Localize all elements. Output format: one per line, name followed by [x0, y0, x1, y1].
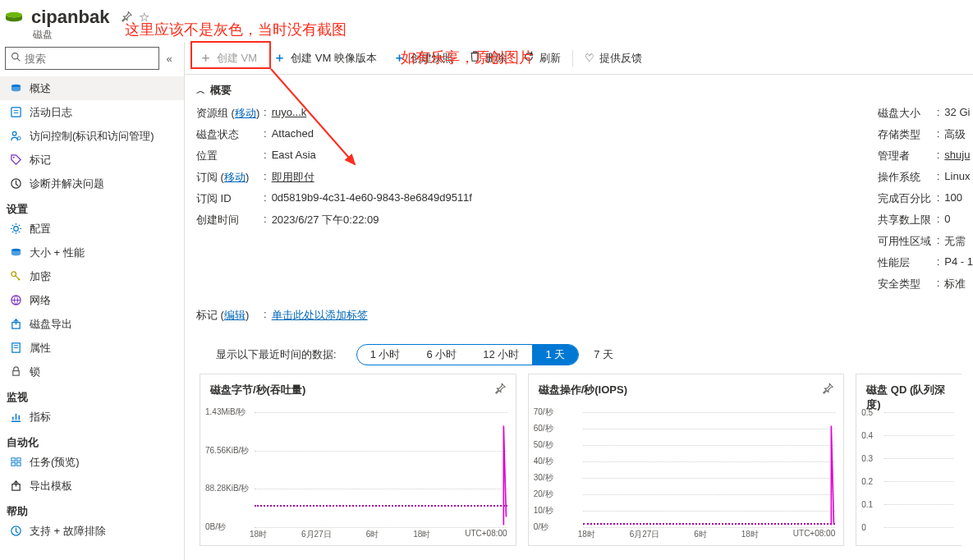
essentials-left: 资源组 (移动):ruyo...k 磁盘状态:Attached 位置:East …	[196, 106, 472, 298]
tags-icon	[8, 154, 23, 166]
resource-group-link[interactable]: ruyo...k	[272, 106, 307, 121]
nav-network[interactable]: 网络	[0, 288, 184, 312]
svg-rect-5	[11, 108, 20, 117]
grid	[884, 412, 953, 527]
refresh-button[interactable]: 刷新	[515, 42, 569, 75]
svg-point-12	[13, 227, 18, 232]
nav-size[interactable]: 大小 + 性能	[0, 241, 184, 264]
nav-metrics[interactable]: 指标	[0, 405, 184, 429]
diagnose-icon	[8, 177, 23, 190]
subscription-link[interactable]: 即用即付	[272, 170, 314, 185]
location: East Asia	[272, 149, 316, 163]
encrypt-icon	[8, 270, 23, 282]
nav-activity[interactable]: 活动日志	[0, 100, 184, 124]
feedback-button[interactable]: ♡ 提供反馈	[576, 42, 650, 75]
iam-icon	[8, 130, 23, 142]
nav-exporttpl[interactable]: 导出模板	[0, 474, 184, 498]
add-tags-link[interactable]: 单击此处以添加标签	[272, 308, 368, 323]
y-tick: 0.5	[861, 408, 873, 417]
chart-title: 磁盘 QD (队列深度)	[866, 383, 952, 412]
y-tick: 50/秒	[534, 439, 553, 451]
resource-header: cipanbak ☆	[0, 0, 973, 30]
search-icon	[11, 52, 21, 65]
nav-label: 支持 + 故障排除	[30, 524, 106, 539]
nav-locks[interactable]: 锁	[0, 360, 184, 383]
nav-diagnose[interactable]: 诊断并解决问题	[0, 172, 184, 195]
edit-tags-link[interactable]: 编辑	[224, 309, 246, 321]
nav-tags[interactable]: 标记	[0, 148, 184, 172]
favorite-icon[interactable]: ☆	[139, 10, 149, 25]
command-bar: ＋创建 VM ＋创建 VM 映像版本 ＋创建快照 删除 刷新 ♡ 提供反馈	[185, 42, 973, 75]
y-tick: 0/秒	[534, 521, 548, 533]
nav-support[interactable]: 支持 + 故障排除	[0, 519, 184, 543]
move-sub-link[interactable]: 移动	[224, 171, 246, 183]
create-vm-button[interactable]: ＋创建 VM	[191, 42, 265, 75]
time-option[interactable]: 6 小时	[413, 344, 470, 365]
time-option[interactable]: 1 天	[532, 344, 578, 365]
pin-icon[interactable]	[121, 11, 132, 25]
nav-overview[interactable]: 概述	[0, 76, 184, 100]
nav-label: 标记	[30, 153, 51, 168]
search-box[interactable]	[5, 47, 159, 70]
time-option[interactable]: 12 小时	[470, 344, 532, 365]
nav-tasks[interactable]: 任务(预览)	[0, 450, 184, 474]
svg-rect-23	[11, 462, 15, 466]
nav-label: 导出模板	[30, 479, 72, 493]
svg-point-2	[12, 53, 18, 59]
y-tick: 70/秒	[534, 406, 553, 418]
chart-body: 0.50.40.30.20.10	[861, 412, 953, 527]
subscription-id: 0d5819b9-4c31-4e60-9843-8e6849d9511f	[272, 191, 472, 206]
collapse-sidebar-button[interactable]: «	[159, 53, 179, 65]
time-7days[interactable]: 7 天	[594, 347, 613, 362]
export-icon	[8, 318, 23, 330]
x-axis: 18时6月27日6时18时UTC+08:00	[578, 529, 836, 540]
search-input[interactable]	[25, 53, 154, 65]
create-snapshot-button[interactable]: ＋创建快照	[385, 42, 461, 75]
nav-config[interactable]: 配置	[0, 217, 184, 241]
nav-label: 属性	[30, 341, 51, 356]
y-tick: 0	[861, 523, 866, 532]
nav-label: 配置	[30, 222, 51, 236]
nav-iam[interactable]: 访问控制(标识和访问管理)	[0, 124, 184, 148]
delete-button[interactable]: 删除	[461, 42, 515, 75]
nav-export[interactable]: 磁盘导出	[0, 312, 184, 336]
y-tick: 88.28KiB/秒	[205, 483, 249, 494]
nav-label: 锁	[30, 365, 40, 379]
y-tick: 0.4	[861, 431, 873, 440]
nav-encrypt[interactable]: 加密	[0, 264, 184, 288]
manager-link[interactable]: shuju	[944, 149, 970, 163]
y-tick: 0.2	[861, 477, 873, 486]
time-option[interactable]: 1 小时	[357, 344, 414, 365]
page-title: cipanbak	[31, 7, 109, 28]
nav-label: 诊断并解决问题	[30, 177, 104, 191]
disk-icon	[5, 11, 23, 23]
support-icon	[8, 525, 23, 537]
metrics-header: 显示以下最近时间的数据: 1 小时6 小时12 小时1 天 7 天	[216, 344, 973, 365]
nav-props[interactable]: 属性	[0, 336, 184, 360]
move-rg-link[interactable]: 移动	[235, 107, 256, 119]
time-range-selector[interactable]: 1 小时6 小时12 小时1 天	[356, 344, 580, 365]
nav-label: 加密	[30, 269, 51, 284]
svg-point-9	[17, 136, 21, 140]
nav-label: 磁盘导出	[30, 317, 72, 332]
pin-chart-icon[interactable]	[822, 383, 833, 397]
grid	[255, 412, 507, 527]
toolbar-divider	[572, 50, 573, 67]
tags-row: 标记 (编辑): 单击此处以添加标签	[196, 308, 973, 323]
chart-title: 磁盘字节/秒(吞吐量)	[210, 383, 506, 397]
essentials-toggle[interactable]: ︿ 概要	[196, 83, 973, 98]
locks-icon	[8, 365, 23, 378]
nav-group: 监视	[0, 383, 184, 405]
chevron-up-icon: ︿	[196, 85, 205, 97]
config-icon	[8, 223, 23, 235]
x-axis: 18时6月27日6时18时UTC+08:00	[250, 529, 507, 540]
pin-chart-icon[interactable]	[494, 383, 506, 397]
disk-state: Attached	[272, 127, 314, 142]
svg-point-8	[12, 131, 16, 135]
create-image-button[interactable]: ＋创建 VM 映像版本	[265, 42, 385, 75]
sidebar: « 概述活动日志访问控制(标识和访问管理)标记诊断并解决问题设置配置大小 + 性…	[0, 42, 185, 560]
chart-body: 70/秒60/秒50/秒40/秒30/秒20/秒10/秒0/秒	[534, 412, 836, 527]
charts-row: 磁盘字节/秒(吞吐量)1.43MiB/秒76.56KiB/秒88.28KiB/秒…	[196, 374, 973, 546]
chart-title: 磁盘操作/秒(IOPS)	[539, 383, 834, 397]
exporttpl-icon	[8, 480, 23, 492]
